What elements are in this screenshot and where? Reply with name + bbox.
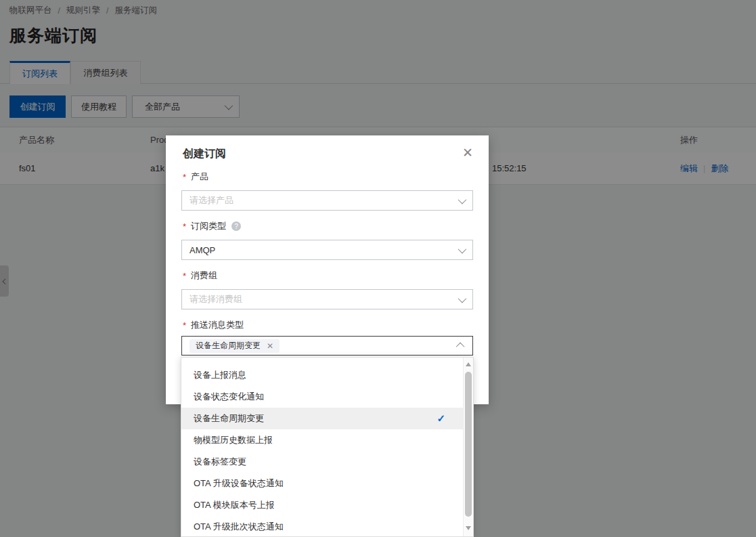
chevron-down-icon bbox=[458, 195, 467, 204]
push-message-type-multiselect[interactable]: 设备生命周期变更 ✕ bbox=[181, 336, 473, 356]
option-device-report-message[interactable]: 设备上报消息 bbox=[181, 364, 463, 386]
product-label-text: 产品 bbox=[191, 171, 208, 183]
option-ota-upgrade-batch-status[interactable]: OTA 升级批次状态通知 bbox=[181, 516, 463, 537]
required-mark: * bbox=[183, 271, 186, 281]
option-device-lifecycle-change[interactable]: 设备生命周期变更 ✓ bbox=[181, 408, 463, 429]
option-label: OTA 升级批次状态通知 bbox=[194, 521, 284, 533]
push-message-type-label-text: 推送消息类型 bbox=[191, 319, 244, 331]
dialog-title: 创建订阅 bbox=[183, 147, 226, 161]
check-icon: ✓ bbox=[437, 412, 445, 425]
dropdown-scrollbar[interactable] bbox=[463, 358, 473, 536]
option-label: OTA 模块版本号上报 bbox=[194, 499, 275, 511]
consumer-group-label-text: 消费组 bbox=[191, 270, 217, 282]
chevron-down-icon bbox=[458, 294, 467, 303]
consumer-group-field-label: * 消费组 bbox=[183, 270, 217, 282]
option-label: 设备状态变化通知 bbox=[194, 391, 264, 403]
push-message-type-dropdown: 设备上报消息 设备状态变化通知 设备生命周期变更 ✓ 物模型历史数据上报 设备标… bbox=[181, 357, 474, 537]
subscription-type-select[interactable]: AMQP bbox=[181, 240, 473, 260]
required-mark: * bbox=[183, 172, 186, 182]
option-thing-model-history-report[interactable]: 物模型历史数据上报 bbox=[181, 429, 463, 451]
product-select[interactable]: 请选择产品 bbox=[181, 190, 473, 211]
subscription-type-field-label: * 订阅类型 ? bbox=[183, 220, 241, 232]
option-ota-upgrade-device-status[interactable]: OTA 升级设备状态通知 bbox=[181, 473, 463, 494]
option-device-status-change[interactable]: 设备状态变化通知 bbox=[181, 386, 463, 408]
consumer-group-select-placeholder: 请选择消费组 bbox=[190, 293, 458, 305]
tag-remove-icon[interactable]: ✕ bbox=[267, 341, 273, 351]
close-icon[interactable]: ✕ bbox=[459, 144, 476, 161]
scrollbar-thumb[interactable] bbox=[465, 372, 472, 517]
option-label: OTA 升级设备状态通知 bbox=[194, 477, 284, 490]
chevron-up-icon bbox=[456, 343, 465, 351]
chevron-down-icon bbox=[458, 244, 467, 253]
subscription-type-value: AMQP bbox=[190, 245, 458, 255]
option-label: 设备标签变更 bbox=[194, 456, 246, 468]
push-message-type-field-label: * 推送消息类型 bbox=[183, 319, 244, 331]
product-select-placeholder: 请选择产品 bbox=[190, 194, 458, 207]
dropdown-option-list: 设备上报消息 设备状态变化通知 设备生命周期变更 ✓ 物模型历史数据上报 设备标… bbox=[181, 364, 463, 537]
scrollbar-up-arrow-icon[interactable] bbox=[466, 362, 471, 366]
option-ota-module-version-report[interactable]: OTA 模块版本号上报 bbox=[181, 494, 463, 516]
help-icon[interactable]: ? bbox=[231, 221, 241, 231]
required-mark: * bbox=[183, 320, 186, 330]
required-mark: * bbox=[183, 221, 186, 232]
selected-tag-text: 设备生命周期变更 bbox=[196, 340, 261, 351]
selected-tag: 设备生命周期变更 ✕ bbox=[190, 339, 280, 353]
option-device-tag-change[interactable]: 设备标签变更 bbox=[181, 451, 463, 473]
scrollbar-down-arrow-icon[interactable] bbox=[466, 526, 471, 530]
option-label: 物模型历史数据上报 bbox=[194, 434, 273, 446]
product-field-label: * 产品 bbox=[183, 171, 208, 183]
subscription-type-label-text: 订阅类型 bbox=[191, 220, 226, 232]
option-label: 设备生命周期变更 bbox=[194, 412, 264, 425]
option-label: 设备上报消息 bbox=[194, 369, 246, 381]
consumer-group-select[interactable]: 请选择消费组 bbox=[181, 289, 473, 309]
